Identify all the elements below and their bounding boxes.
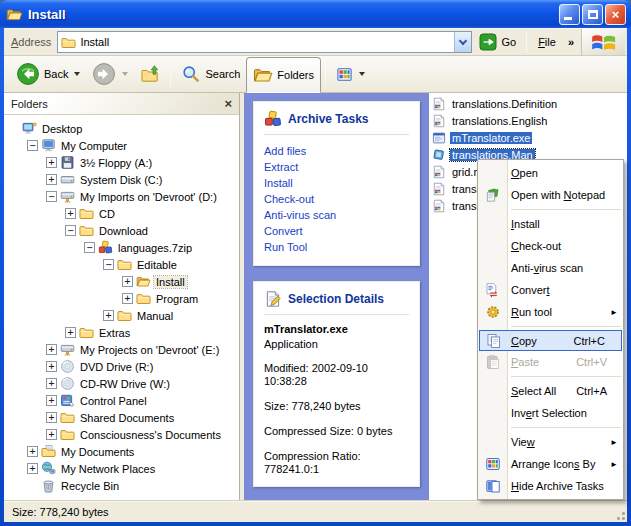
toolbar-overflow-chevron[interactable]: » (564, 36, 577, 48)
up-button[interactable] (134, 58, 166, 90)
tree-item[interactable]: Recycle Bin (4, 477, 239, 494)
file-item[interactable]: translations.English (429, 112, 627, 129)
menu-item-shortcut: Ctrl+C (574, 335, 617, 347)
menu-item-arrange-icons-by[interactable]: Arrange Icons By► (478, 453, 623, 475)
menu-item-icon-slot (478, 456, 508, 472)
menu-item-run-tool[interactable]: Run tool► (478, 301, 623, 323)
tree-expand-toggle[interactable]: − (65, 225, 76, 236)
tree-item[interactable]: +Manual (4, 307, 239, 324)
recycle-bin-icon (41, 478, 56, 493)
tree-item-label: Program (154, 293, 200, 305)
menu-item-view[interactable]: View► (478, 431, 623, 453)
forward-dropdown[interactable] (122, 72, 128, 76)
close-button[interactable]: × (605, 4, 626, 25)
tree-expand-toggle[interactable]: + (27, 446, 38, 457)
close-folders-button[interactable]: × (224, 97, 232, 110)
file-menu[interactable]: File (530, 36, 564, 48)
task-link[interactable]: Run Tool (264, 239, 409, 255)
window-folder-icon (6, 6, 23, 23)
tree-expand-toggle[interactable]: + (65, 208, 76, 219)
status-text: Size: 778,240 bytes (12, 506, 109, 518)
tree-expand-toggle[interactable]: + (122, 276, 133, 287)
folder-tree: Desktop−My Computer+3½ Floppy (A:)+Syste… (4, 115, 239, 500)
menu-item-copy[interactable]: CopyCtrl+C (479, 330, 622, 351)
resize-grip[interactable] (613, 508, 626, 521)
address-input[interactable]: Install (57, 31, 472, 53)
menu-item-anti-virus-scan[interactable]: Anti-virus scan (478, 257, 623, 279)
context-menu: OpenOpen with NotepadInstallCheck-outAnt… (477, 159, 624, 500)
tree-item[interactable]: +My Projects on 'Devroot' (E:) (4, 341, 239, 358)
tree-item[interactable]: +My Documents (4, 443, 239, 460)
menu-item-label: Select All (508, 385, 556, 397)
tree-expand-toggle[interactable]: + (46, 361, 57, 372)
views-button[interactable] (330, 58, 371, 90)
go-button[interactable]: Go (472, 29, 523, 55)
file-item[interactable]: mTranslator.exe (429, 129, 627, 146)
menu-item-select-all[interactable]: Select AllCtrl+A (478, 380, 623, 402)
tree-item[interactable]: +DVD Drive (R:) (4, 358, 239, 375)
cd-drive-icon (60, 376, 75, 391)
task-link[interactable]: Convert (264, 223, 409, 239)
forward-button[interactable] (86, 58, 134, 90)
tree-item[interactable]: +3½ Floppy (A:) (4, 154, 239, 171)
windows-logo (581, 29, 625, 55)
task-link[interactable]: Add files (264, 143, 409, 159)
maximize-button[interactable] (582, 4, 603, 25)
tree-item[interactable]: +Shared Documents (4, 409, 239, 426)
tree-expand-toggle[interactable]: − (84, 242, 95, 253)
address-dropdown-button[interactable] (454, 32, 471, 52)
menu-item-open[interactable]: Open (478, 162, 623, 184)
tree-expand-toggle[interactable]: − (27, 140, 38, 151)
tree-item[interactable]: +Consciousness's Documents (4, 426, 239, 443)
tree-item[interactable]: +Extras (4, 324, 239, 341)
task-link[interactable]: Install (264, 175, 409, 191)
tree-item[interactable]: +Control Panel (4, 392, 239, 409)
back-button[interactable]: Back (10, 58, 86, 90)
tree-expand-toggle[interactable]: − (103, 259, 114, 270)
tree-expand-toggle[interactable]: + (65, 327, 76, 338)
tree-expand-toggle[interactable]: + (27, 463, 38, 474)
tree-item[interactable]: −languages.7zip (4, 239, 239, 256)
tree-item[interactable]: −My Computer (4, 137, 239, 154)
tree-expand-toggle[interactable]: + (103, 310, 114, 321)
menu-item-hide-archive-tasks[interactable]: Hide Archive Tasks (478, 475, 623, 497)
tree-expand-toggle[interactable]: + (46, 395, 57, 406)
back-dropdown[interactable] (74, 72, 80, 76)
tree-item[interactable]: +System Disk (C:) (4, 171, 239, 188)
folders-button[interactable]: Folders (246, 57, 321, 93)
tree-item[interactable]: −Editable (4, 256, 239, 273)
views-dropdown[interactable] (359, 72, 365, 76)
tree-expand-toggle[interactable]: + (122, 293, 133, 304)
menu-item-convert[interactable]: Convert (478, 279, 623, 301)
menu-item-invert-selection[interactable]: Invert Selection (478, 402, 623, 424)
menu-item-open-with-notepad[interactable]: Open with Notepad (478, 184, 623, 206)
detail-field: Size: 778,240 bytes (264, 400, 409, 413)
task-link[interactable]: Check-out (264, 191, 409, 207)
tree-item[interactable]: +My Network Places (4, 460, 239, 477)
tree-expand-toggle[interactable]: + (46, 157, 57, 168)
task-link[interactable]: Anti-virus scan (264, 207, 409, 223)
tree-item[interactable]: −My Imports on 'Devroot' (D:) (4, 188, 239, 205)
task-link[interactable]: Extract (264, 159, 409, 175)
folder-icon (61, 35, 76, 50)
tree-item-label: Desktop (40, 123, 84, 135)
tree-expand-toggle[interactable]: + (46, 412, 57, 423)
file-item[interactable]: translations.Definition (429, 95, 627, 112)
tree-item[interactable]: +CD-RW Drive (W:) (4, 375, 239, 392)
tree-expand-toggle[interactable]: + (46, 429, 57, 440)
tree-expand-toggle[interactable]: + (46, 174, 57, 185)
network-drive-icon (60, 342, 75, 357)
tree-item[interactable]: −Download (4, 222, 239, 239)
tree-item[interactable]: +Install (4, 273, 239, 290)
menu-item-install[interactable]: Install (478, 213, 623, 235)
cd-drive-icon (60, 359, 75, 374)
tree-item[interactable]: +Program (4, 290, 239, 307)
search-button[interactable]: Search (175, 58, 246, 90)
menu-item-check-out[interactable]: Check-out (478, 235, 623, 257)
tree-expand-toggle[interactable]: + (46, 378, 57, 389)
tree-item[interactable]: +CD (4, 205, 239, 222)
tree-expand-toggle[interactable]: − (46, 191, 57, 202)
tree-expand-toggle[interactable]: + (46, 344, 57, 355)
minimize-button[interactable] (559, 4, 580, 25)
tree-item[interactable]: Desktop (4, 120, 239, 137)
